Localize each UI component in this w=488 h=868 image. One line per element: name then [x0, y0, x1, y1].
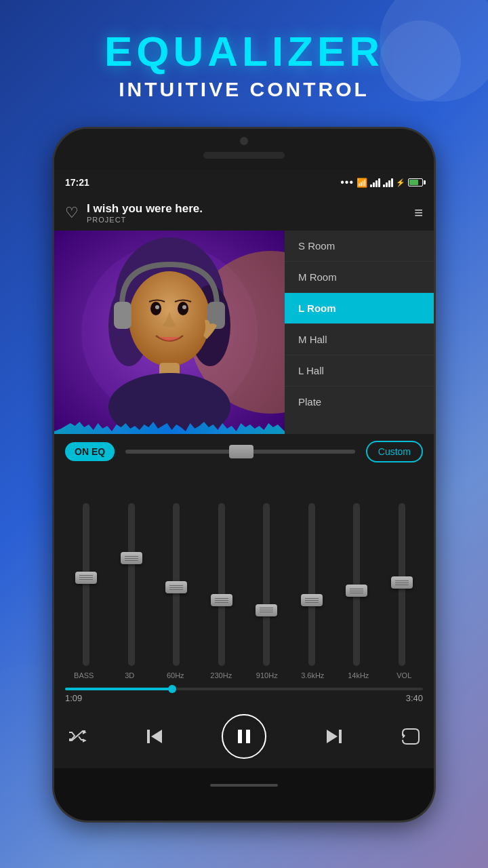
- progress-section: 1:09 3:40: [54, 685, 434, 709]
- label-36khz: 3.6kHz: [290, 671, 336, 679]
- svg-marker-19: [327, 730, 338, 743]
- progress-track[interactable]: [65, 688, 423, 690]
- app-subtitle: INTUITIVE CONTROL: [0, 78, 488, 101]
- preset-m-hall[interactable]: M Hall: [285, 324, 434, 355]
- label-vol: VOL: [382, 671, 428, 679]
- phone-camera: [240, 137, 248, 145]
- slider-910hz: [244, 503, 289, 666]
- home-indicator: [210, 784, 278, 787]
- svg-rect-16: [147, 730, 150, 743]
- repeat-button[interactable]: [401, 728, 420, 745]
- reverb-thumb[interactable]: [229, 445, 253, 458]
- phone-frame: 17:21 ••• 📶 ⚡: [54, 129, 434, 821]
- slider-track-910hz[interactable]: [263, 503, 270, 666]
- slider-thumb-910hz[interactable]: [256, 604, 277, 616]
- svg-rect-17: [238, 730, 242, 743]
- song-project: PROJECT: [87, 216, 406, 224]
- label-60hz: 60Hz: [152, 671, 199, 679]
- slider-thumb-36khz[interactable]: [301, 594, 323, 606]
- eq-controls: ON EQ Custom: [54, 434, 434, 469]
- svg-rect-11: [114, 302, 131, 329]
- slider-track-vol[interactable]: [399, 503, 405, 666]
- svg-point-9: [155, 305, 159, 309]
- slider-14khz: [334, 503, 380, 666]
- header-section: EQUALIZER INTUITIVE CONTROL: [0, 0, 488, 101]
- dots-icon: •••: [340, 176, 354, 189]
- progress-fill: [65, 688, 172, 690]
- song-info: I wish you were here. PROJECT: [87, 202, 406, 224]
- playback-controls: [54, 709, 434, 768]
- song-title: I wish you were here.: [87, 202, 406, 216]
- lightning-icon: ⚡: [396, 178, 405, 187]
- label-230hz: 230Hz: [199, 671, 245, 679]
- svg-rect-20: [339, 730, 342, 743]
- shuffle-button[interactable]: [68, 728, 87, 745]
- status-time: 17:21: [65, 177, 89, 188]
- slider-track-3d[interactable]: [128, 503, 135, 666]
- slider-thumb-3d[interactable]: [121, 552, 142, 564]
- phone-top-bezel: [54, 129, 434, 170]
- preset-l-hall[interactable]: L Hall: [285, 355, 434, 387]
- eq-sliders-section: [54, 469, 434, 666]
- phone-speaker: [203, 152, 285, 159]
- slider-bass: [64, 503, 109, 666]
- time-row: 1:09 3:40: [65, 690, 423, 706]
- album-art: [54, 231, 285, 434]
- on-eq-button[interactable]: ON EQ: [65, 442, 115, 461]
- status-bar: 17:21 ••• 📶 ⚡: [54, 170, 434, 195]
- slider-230hz: [199, 503, 245, 666]
- label-bass: BASS: [61, 671, 107, 679]
- slider-60hz: [154, 503, 199, 666]
- label-3d: 3D: [107, 671, 153, 679]
- play-pause-button[interactable]: [222, 714, 266, 759]
- slider-labels: BASS 3D 60Hz 230Hz 910Hz 3.6kHz 14kHz VO…: [54, 666, 434, 685]
- main-content: S Room M Room L Room M Hall L Hall Plate: [54, 231, 434, 434]
- slider-track-230hz[interactable]: [218, 503, 225, 666]
- signal-bars-1: [370, 178, 380, 187]
- slider-thumb-bass[interactable]: [75, 572, 97, 584]
- wifi-icon: 📶: [357, 178, 367, 188]
- eq-label: EQ: [92, 446, 105, 457]
- song-bar: ♡ I wish you were here. PROJECT ≡: [54, 195, 434, 231]
- status-icons: ••• 📶 ⚡: [340, 176, 423, 189]
- reverb-track: [125, 450, 355, 454]
- slider-vol: [380, 503, 425, 666]
- slider-track-14khz[interactable]: [353, 503, 360, 666]
- slider-thumb-230hz[interactable]: [211, 594, 232, 606]
- custom-button[interactable]: Custom: [366, 441, 423, 462]
- preset-m-room[interactable]: M Room: [285, 262, 434, 293]
- slider-thumb-vol[interactable]: [391, 576, 413, 589]
- phone-bottom-bezel: [54, 768, 434, 802]
- label-14khz: 14kHz: [336, 671, 382, 679]
- svg-marker-15: [151, 730, 162, 743]
- preset-l-room[interactable]: L Room: [285, 293, 434, 324]
- slider-track-bass[interactable]: [83, 503, 89, 666]
- slider-track-36khz[interactable]: [308, 503, 315, 666]
- app-title: EQUALIZER: [0, 27, 488, 75]
- slider-36khz: [289, 503, 335, 666]
- preset-list: S Room M Room L Room M Hall L Hall Plate: [285, 231, 434, 434]
- slider-track-60hz[interactable]: [173, 503, 180, 666]
- svg-rect-18: [246, 730, 250, 743]
- on-label: ON: [75, 446, 89, 457]
- preset-plate[interactable]: Plate: [285, 387, 434, 417]
- slider-thumb-60hz[interactable]: [165, 581, 187, 593]
- prev-button[interactable]: [144, 727, 165, 746]
- album-art-container: [54, 231, 285, 434]
- slider-thumb-14khz[interactable]: [346, 585, 367, 597]
- slider-3d: [109, 503, 155, 666]
- current-time: 1:09: [65, 693, 82, 703]
- reverb-slider[interactable]: [125, 445, 355, 458]
- total-time: 3:40: [406, 693, 423, 703]
- sliders-container: [61, 476, 427, 666]
- svg-point-10: [182, 305, 186, 309]
- heart-icon[interactable]: ♡: [65, 204, 79, 222]
- label-910hz: 910Hz: [244, 671, 290, 679]
- progress-thumb[interactable]: [168, 685, 176, 693]
- menu-icon[interactable]: ≡: [414, 204, 423, 222]
- battery-icon: [408, 178, 423, 186]
- signal-bars-2: [383, 178, 393, 187]
- album-art-illustration: [54, 231, 285, 434]
- next-button[interactable]: [324, 727, 344, 746]
- preset-s-room[interactable]: S Room: [285, 231, 434, 262]
